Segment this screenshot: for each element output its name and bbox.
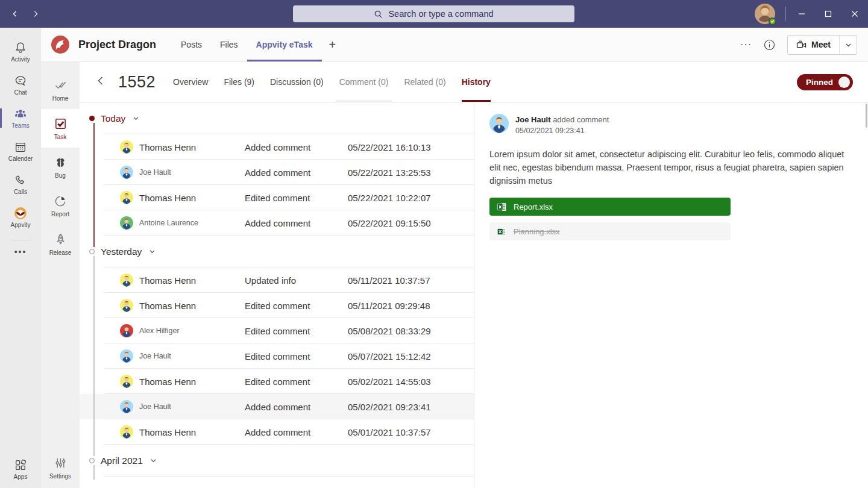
section-header-today[interactable]: Today [80, 102, 474, 134]
row-user-name: Joe Hault [139, 352, 245, 360]
row-action: Added comment [245, 218, 348, 228]
user-avatar[interactable] [755, 4, 775, 24]
dragon-logo-icon [51, 35, 70, 54]
row-timestamp: 05/22/2021 10:22:07 [348, 193, 431, 203]
sidebar-item-settings[interactable]: Settings [41, 448, 80, 487]
minimize-button[interactable] [788, 0, 815, 28]
task-tabs: OverviewFiles (9)Discussion (0)Comment (… [165, 62, 498, 102]
history-row[interactable]: Joe HaultAdded comment05/22/2021 13:25:5… [80, 160, 474, 185]
history-row[interactable]: Joe HaultAdded comment05/02/2021 09:23:4… [80, 394, 474, 419]
row-timestamp: 05/07/2021 15:12:42 [348, 351, 431, 361]
history-row[interactable]: Thomas HennAdded comment05/22/2021 16:10… [80, 134, 474, 160]
history-row[interactable]: Antoine LaurenceAdded comment05/22/2021 … [80, 210, 474, 236]
sidebar-item-bug[interactable]: Bug [41, 148, 80, 186]
task-tab-history[interactable]: History [454, 62, 498, 102]
section-header-yesterday[interactable]: Yesterday [80, 236, 474, 267]
attachment-planning-xlsx[interactable]: Planning.xlsx [489, 222, 731, 240]
pinned-toggle[interactable]: Pinned [797, 74, 853, 90]
attachment-report-xlsx[interactable]: Report.xlsx [489, 198, 731, 216]
timeline-bullet [89, 249, 95, 254]
row-timestamp: 05/08/2021 08:33:29 [348, 326, 431, 336]
excel-icon [497, 202, 507, 212]
sidebar-item-label: Settings [49, 473, 71, 480]
team-info-button[interactable] [764, 39, 775, 51]
chevron-down-icon [133, 115, 139, 122]
chevron-down-icon [150, 457, 157, 464]
row-action: Edited comment [245, 377, 348, 387]
history-row[interactable]: Alex HilfigerEdited comment05/08/2021 08… [80, 318, 474, 343]
search-input[interactable]: Search or type a command [293, 5, 574, 22]
row-action: Edited comment [245, 326, 348, 336]
rail-more-button[interactable]: ••• [14, 243, 27, 261]
user-avatar [120, 324, 133, 337]
rail-item-calls[interactable]: Calls [0, 167, 41, 201]
comment-author: Joe Hault [515, 115, 551, 124]
meet-button[interactable]: Meet [788, 36, 839, 54]
history-row[interactable]: Thomas HennAdded comment05/01/2021 10:37… [80, 419, 474, 445]
history-row[interactable]: Thomas HennEdited comment05/11/2021 09:2… [80, 293, 474, 318]
release-rocket-icon [54, 233, 68, 246]
task-checkbox-icon [54, 117, 68, 131]
history-row[interactable]: Thomas HennUpdated info05/11/2021 10:37:… [80, 267, 474, 293]
section-label: Today [101, 113, 125, 124]
row-user-name: Thomas Henn [139, 142, 245, 152]
maximize-icon [825, 10, 832, 17]
team-tab-files[interactable]: Files [211, 28, 247, 61]
team-tab-posts[interactable]: Posts [172, 28, 211, 61]
rail-item-chat[interactable]: Chat [0, 68, 41, 101]
sidebar-item-task[interactable]: Task [41, 109, 80, 148]
task-tab-discussion-0[interactable]: Discussion (0) [262, 62, 332, 102]
scrollbar-thumb[interactable] [866, 104, 867, 128]
chevron-left-icon [11, 10, 19, 18]
sidebar-item-release[interactable]: Release [41, 225, 80, 263]
sidebar-item-home[interactable]: Home [41, 70, 80, 109]
history-row[interactable]: Thomas HennEdited comment05/22/2021 10:2… [80, 185, 474, 210]
task-tab-overview[interactable]: Overview [165, 62, 216, 102]
task-tab-comment-0[interactable]: Comment (0) [332, 62, 397, 102]
rail-item-activity[interactable]: Activity [0, 35, 41, 68]
section-label: April 2021 [101, 455, 143, 466]
comment-detail-panel: Joe Hault added comment 05/02/2021 09:23… [474, 102, 868, 488]
task-tab-related-0[interactable]: Related (0) [396, 62, 453, 102]
user-avatar [120, 349, 133, 363]
row-user-name: Thomas Henn [139, 275, 245, 286]
meet-split-button: Meet [787, 35, 857, 55]
rail-item-calender[interactable]: Calender [0, 134, 41, 167]
row-action: Added comment [245, 142, 348, 152]
team-tab-appvity-etask[interactable]: Appvity eTask [247, 28, 322, 61]
row-action: Edited comment [245, 301, 348, 311]
settings-sliders-icon [54, 456, 68, 470]
rail-item-teams[interactable]: Teams [0, 101, 41, 134]
history-row[interactable]: Joe HaultEdited comment05/07/2021 15:12:… [80, 343, 474, 369]
team-more-button[interactable]: ··· [740, 39, 752, 50]
teams-people-icon [14, 107, 27, 120]
apps-grid-icon [14, 458, 27, 472]
user-avatar [120, 425, 133, 439]
rail-item-apps[interactable]: Apps [0, 452, 41, 486]
row-user-name: Alex Hilfiger [139, 327, 245, 335]
section-header-april-2021[interactable]: April 2021 [80, 445, 474, 477]
row-timestamp: 05/22/2021 09:15:50 [348, 218, 431, 228]
rail-item-label: Calender [8, 155, 33, 162]
history-row[interactable]: Thomas HennEdited comment05/02/2021 14:5… [80, 369, 474, 394]
nav-back-button[interactable] [7, 6, 23, 22]
user-avatar [120, 400, 133, 413]
chat-icon [14, 74, 27, 87]
nav-forward-button[interactable] [28, 6, 43, 22]
rail-item-label: Activity [11, 56, 30, 63]
task-tab-files-9[interactable]: Files (9) [216, 62, 262, 102]
maximize-button[interactable] [815, 0, 841, 28]
close-button[interactable] [841, 0, 868, 28]
chevron-down-icon [845, 42, 852, 48]
user-avatar [120, 216, 133, 230]
rail-bottom: Apps [0, 452, 41, 486]
rail-item-appvity[interactable]: Appvity [0, 201, 41, 234]
add-tab-button[interactable]: + [322, 38, 344, 52]
row-action: Added comment [245, 427, 348, 437]
sidebar-item-label: Home [52, 95, 69, 102]
row-timestamp: 05/01/2021 10:37:57 [348, 427, 431, 437]
back-button[interactable] [95, 75, 108, 89]
sidebar-item-report[interactable]: Report [41, 186, 80, 225]
bug-icon [54, 155, 68, 169]
meet-dropdown-button[interactable] [839, 36, 857, 54]
